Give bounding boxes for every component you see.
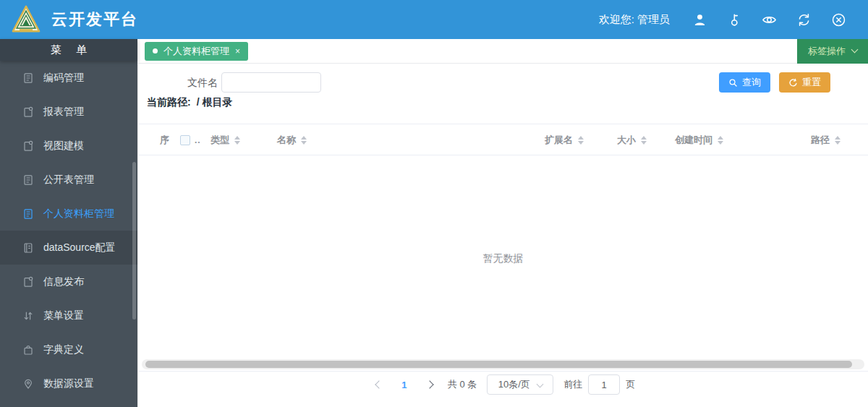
current-page[interactable]: 1 bbox=[397, 380, 412, 390]
file-badge-icon bbox=[22, 140, 34, 152]
chevron-right-icon bbox=[425, 380, 433, 388]
file-badge-icon bbox=[22, 276, 34, 288]
document-icon bbox=[22, 72, 34, 84]
document-icon bbox=[22, 174, 34, 186]
next-page-button[interactable] bbox=[422, 377, 438, 393]
sidebar-item-info-publish[interactable]: 信息发布 bbox=[0, 265, 137, 299]
sidebar-item-datasource-settings[interactable]: 数据源设置 bbox=[0, 367, 137, 400]
chevron-down-icon bbox=[851, 46, 859, 53]
document-icon bbox=[22, 208, 34, 220]
table-header: 序 .. 类型 名称 扩展名 大小 创建时间 bbox=[138, 124, 868, 155]
welcome-text: 欢迎您: 管理员 bbox=[599, 13, 670, 27]
sidebar-scrollbar[interactable] bbox=[132, 162, 136, 320]
total-count-text: 共 0 条 bbox=[448, 378, 477, 391]
search-button[interactable]: 查询 bbox=[719, 72, 770, 93]
filename-input[interactable] bbox=[221, 72, 321, 93]
username-text: 管理员 bbox=[637, 13, 670, 25]
search-icon bbox=[728, 78, 738, 87]
column-created-time[interactable]: 创建时间 bbox=[675, 124, 723, 156]
column-extension[interactable]: 扩展名 bbox=[545, 124, 584, 156]
page-title: 云开发平台 bbox=[51, 9, 138, 30]
reset-button[interactable]: 重置 bbox=[779, 72, 830, 93]
tab-bar: 个人资料柜管理 × 标签操作 bbox=[137, 39, 868, 64]
sidebar-item-menu-settings[interactable]: 菜单设置 bbox=[0, 299, 137, 333]
column-type[interactable]: 类型 bbox=[210, 124, 240, 156]
tab-close-icon[interactable]: × bbox=[235, 46, 240, 56]
user-icon[interactable] bbox=[692, 12, 707, 27]
sidebar-item-datasource-config[interactable]: dataSource配置 bbox=[0, 231, 137, 265]
page-unit-label: 页 bbox=[626, 378, 635, 391]
sort-caret-icon[interactable] bbox=[641, 136, 647, 145]
chevron-left-icon bbox=[375, 380, 383, 388]
column-size[interactable]: 大小 bbox=[617, 124, 647, 156]
column-name[interactable]: 名称 bbox=[277, 124, 307, 156]
sidebar-item-public-table-management[interactable]: 公开表管理 bbox=[0, 163, 137, 197]
chevron-down-icon bbox=[536, 380, 543, 387]
current-path-label: 当前路径: bbox=[147, 96, 191, 109]
key-icon[interactable] bbox=[727, 12, 742, 27]
empty-data-text: 暂无数据 bbox=[138, 252, 868, 265]
column-path[interactable]: 路径 bbox=[811, 124, 841, 156]
sort-caret-icon[interactable] bbox=[835, 136, 841, 145]
sidebar-title: 菜 单 bbox=[0, 39, 137, 61]
pagination-divider bbox=[138, 371, 868, 372]
notebook-icon bbox=[22, 242, 34, 254]
app-window: 云开发平台 欢迎您: 管理员 菜 单 bbox=[0, 0, 868, 407]
sidebar-item-personal-cabinet-management[interactable]: 个人资料柜管理 bbox=[0, 197, 137, 231]
toolbar-buttons: 查询 重置 bbox=[719, 72, 830, 93]
sidebar-item-report-management[interactable]: 报表管理 bbox=[0, 95, 137, 129]
refresh-icon[interactable] bbox=[796, 12, 812, 27]
goto-page-input[interactable] bbox=[588, 374, 620, 395]
tag-actions-button[interactable]: 标签操作 bbox=[797, 39, 868, 64]
goto-label: 前往 bbox=[563, 378, 582, 391]
select-all-checkbox[interactable] bbox=[180, 135, 190, 145]
header-actions: 欢迎您: 管理员 bbox=[599, 12, 846, 27]
sidebar-item-code-management[interactable]: 编码管理 bbox=[0, 61, 137, 95]
horizontal-scrollbar-track bbox=[142, 359, 864, 369]
horizontal-scrollbar-thumb[interactable] bbox=[145, 361, 852, 368]
tab-personal-cabinet-management[interactable]: 个人资料柜管理 × bbox=[145, 42, 248, 61]
prev-page-button[interactable] bbox=[371, 377, 387, 393]
page-jumper: 前往 页 bbox=[563, 374, 635, 395]
sort-caret-icon[interactable] bbox=[718, 136, 723, 145]
sort-arrows-icon bbox=[22, 310, 34, 322]
close-session-icon[interactable] bbox=[831, 12, 846, 27]
page-size-select[interactable]: 10条/页 bbox=[487, 374, 553, 395]
column-select: .. bbox=[180, 124, 201, 156]
sort-caret-icon[interactable] bbox=[234, 136, 240, 145]
active-dot-icon bbox=[153, 48, 158, 53]
sidebar-item-dictionary-definition[interactable]: 字典定义 bbox=[0, 333, 137, 367]
location-pin-icon bbox=[22, 378, 34, 390]
university-logo-icon bbox=[11, 4, 41, 35]
eye-icon[interactable] bbox=[762, 12, 777, 27]
reset-icon bbox=[788, 78, 798, 87]
sidebar: 菜 单 编码管理 报表管理 视图建模 公开表管理 个人资料柜管理 dataSou… bbox=[0, 39, 137, 407]
file-badge-icon bbox=[22, 106, 34, 118]
pagination: 1 共 0 条 10条/页 前往 页 bbox=[138, 373, 868, 396]
top-header: 云开发平台 欢迎您: 管理员 bbox=[0, 0, 868, 39]
sort-caret-icon[interactable] bbox=[578, 136, 584, 145]
sort-caret-icon[interactable] bbox=[301, 136, 307, 145]
column-seq: 序 bbox=[160, 124, 169, 156]
current-path: 当前路径: / 根目录 bbox=[147, 96, 232, 109]
filename-label: 文件名 bbox=[138, 72, 218, 93]
briefcase-icon bbox=[22, 344, 34, 356]
main-content: 文件名 查询 重置 当前路径: / 根目录 序 .. bbox=[137, 64, 868, 407]
current-path-value: / 根目录 bbox=[197, 96, 233, 109]
sidebar-item-view-modeling[interactable]: 视图建模 bbox=[0, 129, 137, 163]
